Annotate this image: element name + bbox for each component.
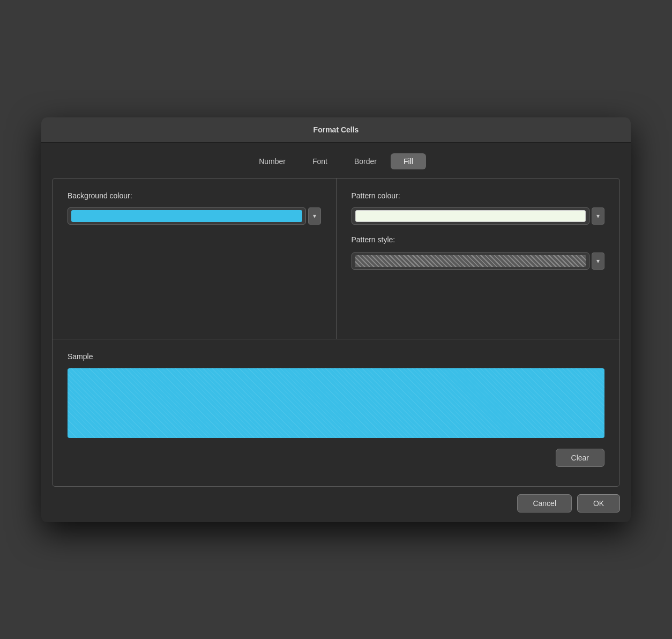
ok-button[interactable]: OK	[577, 494, 620, 512]
pattern-colour-label: Pattern colour:	[352, 191, 605, 200]
dialog-body: Number Font Border Fill Background colou…	[41, 143, 631, 487]
dialog-titlebar: Format Cells	[41, 117, 631, 143]
pattern-style-swatch-container	[352, 252, 590, 270]
pattern-colour-dropdown[interactable]: ▾	[592, 207, 604, 225]
chevron-down-icon: ▾	[313, 212, 316, 220]
clear-button[interactable]: Clear	[556, 449, 604, 467]
content-card: Background colour: ▾ Pattern colour:	[52, 178, 620, 487]
chevron-down-icon: ▾	[596, 257, 600, 265]
top-section: Background colour: ▾ Pattern colour:	[53, 179, 619, 339]
pattern-style-label: Pattern style:	[352, 235, 605, 244]
background-colour-label: Background colour:	[68, 191, 321, 200]
pattern-colour-swatch-container	[352, 207, 590, 225]
left-column: Background colour: ▾	[53, 179, 337, 339]
tab-font[interactable]: Font	[300, 153, 340, 169]
dialog-title: Format Cells	[313, 125, 359, 134]
background-colour-swatch	[71, 210, 302, 222]
right-column: Pattern colour: ▾ Pattern style:	[337, 179, 620, 339]
format-cells-dialog: Format Cells Number Font Border Fill Bac…	[41, 117, 631, 522]
background-colour-swatch-container	[68, 207, 306, 225]
clear-row: Clear	[68, 449, 604, 475]
tabs-row: Number Font Border Fill	[52, 153, 620, 169]
sample-label: Sample	[68, 352, 604, 361]
pattern-style-dropdown[interactable]: ▾	[592, 252, 604, 270]
background-colour-dropdown[interactable]: ▾	[308, 207, 321, 225]
background-colour-picker-row: ▾	[68, 207, 321, 225]
dialog-footer: Cancel OK	[41, 487, 631, 522]
tab-number[interactable]: Number	[246, 153, 298, 169]
pattern-style-picker-row: ▾	[352, 252, 605, 270]
bottom-section: Sample Clear	[53, 339, 619, 486]
pattern-colour-swatch	[355, 210, 586, 222]
pattern-style-swatch	[355, 255, 586, 267]
chevron-down-icon: ▾	[596, 212, 600, 220]
sample-preview	[68, 368, 604, 438]
tab-border[interactable]: Border	[341, 153, 390, 169]
tab-fill[interactable]: Fill	[391, 153, 426, 169]
cancel-button[interactable]: Cancel	[517, 494, 572, 512]
pattern-colour-picker-row: ▾	[352, 207, 605, 225]
